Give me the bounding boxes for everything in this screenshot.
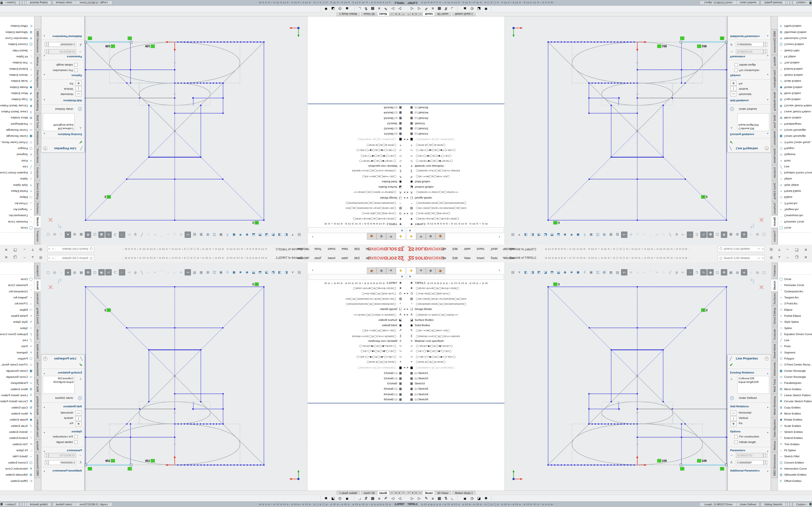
- tree-row-part[interactable]: ❖ TЯPDL2. ◎ Ɛ3 ◎ Ш ◎ ◎ ◎ + ◎ ƆC ◎ Ɛ3 ◎ ∙…: [324, 280, 406, 286]
- checkbox[interactable]: [74, 68, 78, 72]
- tree-row-design-binder[interactable]: ▶ ❏ Design Binder: [379, 195, 406, 201]
- flyout-extend-entities[interactable]: ⊺ Extend Entities: [778, 66, 812, 72]
- tab-scroll-last-button[interactable]: ⏭: [418, 491, 422, 495]
- commandmanager-tab[interactable]: Sheet Metal: [771, 147, 778, 165]
- tree-row-solid-bodies[interactable]: ◼ Solid Bodies: [380, 179, 406, 184]
- menu-item[interactable]: Tools: [313, 246, 323, 252]
- tree-row-sketch6[interactable]: ▦ (-) Sketch6: [383, 397, 406, 402]
- flyout-stretch-entities[interactable]: ⌐ Stretch Entities: [778, 429, 812, 435]
- relation-button[interactable]: ⊗: [730, 80, 737, 86]
- unit-system-dropdown[interactable]: Custom ▴: [2, 0, 19, 5]
- flyout-stretch-entities[interactable]: ⌐ Stretch Entities: [0, 72, 34, 78]
- checkbox[interactable]: [74, 441, 78, 444]
- add-relations-header[interactable]: Add Relations: [63, 99, 82, 102]
- sort-icon[interactable]: ⇅: [443, 495, 449, 501]
- flyout-tangent-arc[interactable]: ⌐ Tangent Arc: [0, 294, 34, 300]
- clock-status-icon[interactable]: ◷: [337, 495, 343, 501]
- option-infinite-length[interactable]: Infinite length: [728, 441, 771, 445]
- compare-icon[interactable]: ▷: [397, 495, 403, 501]
- tree-row-sketch6[interactable]: ▦ (-) Sketch6: [406, 105, 429, 110]
- relations-listbox[interactable]: Collinear108 Equal length109: [737, 113, 769, 131]
- tab-scroll-prev-button[interactable]: ◀: [410, 12, 414, 16]
- flyout-3-point-arc[interactable]: ⌓ 3 Point Arc: [778, 300, 812, 306]
- expand-arrow-icon[interactable]: ▶: [406, 366, 409, 369]
- flyout-corner-rectangle[interactable]: ▭ Corner Rectangle: [0, 374, 34, 380]
- flyout-move-entities[interactable]: ⬈ Move Entities: [778, 91, 812, 97]
- help-icon[interactable]: ?: [32, 255, 34, 259]
- tree-row-locked-folder[interactable]: ▶ ▆ ◯Ɛ5ƆƐИΛΑ∩◎◯◎∩ΑΛИƐƆƐ5◯: [406, 365, 455, 370]
- commandmanager-tab[interactable]: Markup: [34, 55, 41, 68]
- parameter-input[interactable]: 10.88152731: [49, 453, 76, 458]
- relation-fix[interactable]: ⊗ Fix: [728, 80, 771, 86]
- flyout-perimeter-circle[interactable]: ◌ Perimeter Circle: [778, 282, 812, 288]
- commandmanager-tab[interactable]: Sheet Metal: [34, 342, 41, 360]
- flyout-3-point-center-rectangle[interactable]: ◇ 3 Point Center Recta...: [778, 361, 812, 368]
- flyout-equation-driven-curve[interactable]: ƒ Equation Driven Curve: [0, 331, 34, 337]
- flyout-point[interactable]: ▪ Point: [0, 343, 34, 349]
- menu-item[interactable]: Edit: [353, 256, 361, 261]
- camera-status-icon[interactable]: ◙: [462, 6, 468, 12]
- panel-expand-chevron-icon[interactable]: ›: [312, 268, 313, 272]
- tree-row-sketch1[interactable]: ▦ (-) Sketch1: [406, 131, 429, 137]
- displaymanager-tab[interactable]: ◉: [436, 267, 445, 274]
- toolbar-drag-handle[interactable]: ⋮⋮⋮: [407, 6, 408, 11]
- flyout-segment[interactable]: # Segment: [778, 152, 812, 158]
- flyout-corner-rectangle[interactable]: ▭ Corner Rectangle: [0, 127, 34, 133]
- displaymanager-tab[interactable]: ◉: [367, 267, 376, 274]
- flyout-convert-entities[interactable]: ◫ Convert Entities: [778, 459, 812, 465]
- tree-row-sketch2[interactable]: ▦ (-) Sketch2: [383, 126, 406, 131]
- parameter-input[interactable]: 0.00000000°: [736, 460, 763, 465]
- option-infinite-length[interactable]: Infinite length: [41, 441, 84, 445]
- tab-scroll-next-button[interactable]: ▶: [394, 12, 398, 16]
- flyout-offset-entities[interactable]: ⊏ Offset Entities: [778, 478, 812, 484]
- tree-row-origin[interactable]: ⌖ ◯ИΛΘ∙◎◯◎◯◎∙ΘΛИ◯: [406, 143, 445, 148]
- tree-row-top-plane[interactable]: ▱ ◯▪◎+◯*◉Ι◯◎◯Ι◉*◯+◎▪◯: [361, 348, 406, 353]
- flyout-tangent-arc[interactable]: ⌐ Tangent Arc: [778, 294, 812, 300]
- commandmanager-tab[interactable]: Markup: [34, 439, 41, 452]
- flyout-spline[interactable]: ∩ Spline: [0, 176, 34, 182]
- flyout-intersection-curve[interactable]: ≋ Intersection Curve: [778, 465, 812, 471]
- pm-ok-button[interactable]: ✔: [729, 139, 733, 145]
- search-icon[interactable]: ⌕: [51, 247, 55, 251]
- flyout-center-rectangle[interactable]: ▣ Center Rectangle: [0, 133, 34, 139]
- flyout-stretch-entities[interactable]: ⌐ Stretch Entities: [0, 429, 34, 435]
- flyout-trim-entities[interactable]: ✂ Trim Entities: [778, 60, 812, 66]
- flyout-convert-entities[interactable]: ◫ Convert Entities: [0, 459, 34, 465]
- relation-item[interactable]: Equal length109: [44, 380, 73, 384]
- tree-row-sketch3[interactable]: ▦ Sketch3: [386, 121, 406, 126]
- tree-row-right-plane[interactable]: ▱ ◯+ƷΘ∙▪◯*◉Ι◯◎◯Ι◉*◯▪∙ΘƷ+◯: [406, 148, 456, 153]
- commandmanager-tab[interactable]: Mold Tools: [771, 378, 778, 394]
- relation-button[interactable]: ⊗: [75, 421, 82, 427]
- commandmanager-tab[interactable]: Direct Editing: [771, 181, 778, 201]
- settings-gear-icon[interactable]: ✱: [323, 6, 329, 12]
- tree-row-sketch5[interactable]: ▦ (-) Sketch5: [406, 116, 429, 121]
- clock-status-icon[interactable]: ◷: [469, 495, 475, 501]
- flyout-circular-sketch-pattern[interactable]: ✥ Circular Sketch Pattern: [0, 398, 34, 404]
- commandmanager-tab[interactable]: Evaluate: [34, 327, 41, 342]
- menu-item[interactable]: Edit: [451, 256, 459, 261]
- settings-gear-icon[interactable]: ✱: [483, 6, 489, 12]
- tab-scroll-prev-button[interactable]: ◀: [410, 491, 414, 495]
- tab-scroll-prev-button[interactable]: ◀: [398, 491, 402, 495]
- additional-parameters-header[interactable]: Additional Parameters: [52, 469, 82, 472]
- propertymanager-tab[interactable]: ⚑: [416, 267, 426, 274]
- additional-parameters-header[interactable]: Additional Parameters: [52, 35, 82, 38]
- relation-vertical[interactable]: | Vertical: [41, 86, 84, 91]
- flyout-style-spline[interactable]: ∿ Style Spline: [778, 182, 812, 188]
- flyout-spline[interactable]: ∩ Spline: [778, 176, 812, 182]
- tab-scroll-next-button[interactable]: ▶: [414, 12, 418, 16]
- menu-item[interactable]: View: [340, 256, 349, 261]
- flyout-move-entities[interactable]: ⬈ Move Entities: [778, 410, 812, 416]
- tree-row-front-plane[interactable]: ▱ ◯+ИΛ◎▪*◉Ι◯◎◯Ι◉*▪◎ΛИ+◯: [406, 343, 453, 348]
- tree-row-markups[interactable]: ✎ ◯Ɛ5∩*▪ΑΜ◯◎◯ΜΑ▪*∩Ɛ5◯: [406, 328, 450, 333]
- restore-button[interactable]: ❐: [795, 255, 798, 260]
- relation-vertical[interactable]: | Vertical: [728, 86, 771, 91]
- flyout-mirror-entities[interactable]: ⊞ Mirror Entities: [0, 386, 34, 392]
- tag-icon[interactable]: ⬟: [809, 502, 812, 506]
- commandmanager-tab[interactable]: Markup: [771, 439, 778, 452]
- parameter-input[interactable]: 0.00000000°: [736, 42, 763, 47]
- tree-row-material[interactable]: ≡ Material <not specified>: [367, 338, 406, 344]
- flyout-partial-ellipse[interactable]: ◖ Partial Ellipse: [0, 188, 34, 194]
- flyout-segment[interactable]: # Segment: [0, 349, 34, 355]
- tree-row-sketch3[interactable]: ▦ Sketch3: [406, 381, 426, 386]
